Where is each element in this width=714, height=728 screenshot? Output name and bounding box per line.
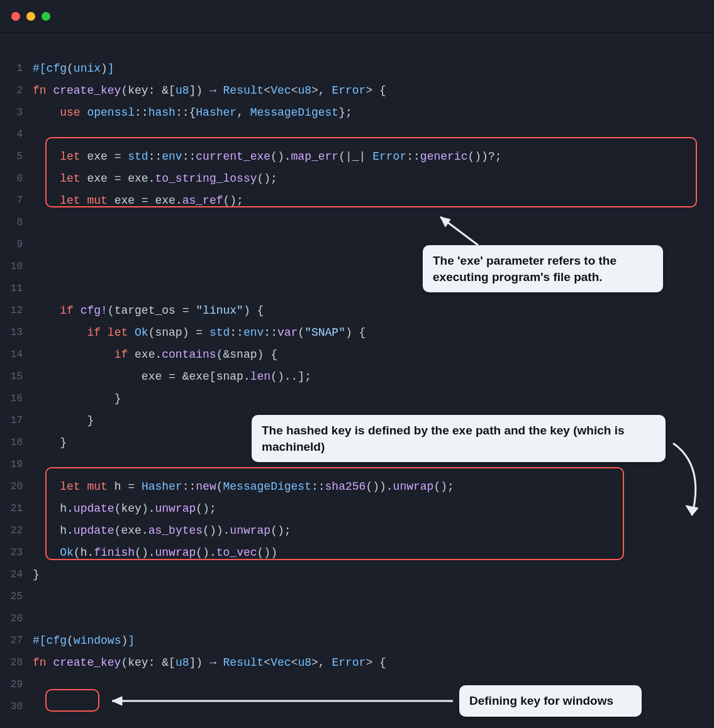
line-number: 13 [0, 322, 33, 344]
window-titlebar [0, 0, 714, 33]
code-content[interactable]: h.update(key).unwrap(); [33, 498, 714, 520]
line-number: 23 [0, 542, 33, 564]
annotation-hashed-key: The hashed key is defined by the exe pat… [252, 415, 666, 462]
line-number: 16 [0, 388, 33, 410]
code-line[interactable]: 22 h.update(exe.as_bytes()).unwrap(); [0, 520, 714, 542]
code-content[interactable]: } [33, 388, 714, 410]
code-line[interactable]: 20 let mut h = Hasher::new(MessageDigest… [0, 476, 714, 498]
code-line[interactable]: 8 [0, 212, 714, 234]
annotation-exe-path: The 'exe' parameter refers to the execut… [423, 245, 663, 292]
code-content[interactable]: Ok(h.finish().unwrap().to_vec()) [33, 542, 714, 564]
line-number: 27 [0, 630, 33, 652]
code-line[interactable]: 23 Ok(h.finish().unwrap().to_vec()) [0, 542, 714, 564]
code-content[interactable]: fn create_key(key: &[u8]) → Result<Vec<u… [33, 80, 714, 102]
code-content[interactable]: let mut exe = exe.as_ref(); [33, 190, 714, 212]
line-number: 2 [0, 80, 33, 102]
code-content[interactable]: if cfg!(target_os = "linux") { [33, 300, 714, 322]
line-number: 5 [0, 146, 33, 168]
line-number: 26 [0, 608, 33, 630]
line-number: 7 [0, 190, 33, 212]
code-content[interactable]: let mut h = Hasher::new(MessageDigest::s… [33, 476, 714, 498]
code-content[interactable]: h.update(exe.as_bytes()).unwrap(); [33, 520, 714, 542]
code-editor[interactable]: 1#[cfg(unix)]2fn create_key(key: &[u8]) … [0, 33, 714, 718]
line-number: 18 [0, 432, 33, 454]
line-number: 21 [0, 498, 33, 520]
line-number: 8 [0, 212, 33, 234]
code-content[interactable]: if exe.contains(&snap) { [33, 344, 714, 366]
code-content[interactable]: exe = &exe[snap.len()..]; [33, 366, 714, 388]
line-number: 6 [0, 168, 33, 190]
line-number: 4 [0, 124, 33, 146]
maximize-icon[interactable] [42, 12, 50, 21]
line-number: 10 [0, 256, 33, 278]
code-content[interactable]: use openssl::hash::{Hasher, MessageDiges… [33, 102, 714, 124]
line-number: 24 [0, 564, 33, 586]
code-line[interactable]: 27#[cfg(windows)] [0, 630, 714, 652]
line-number: 9 [0, 234, 33, 256]
code-line[interactable]: 2fn create_key(key: &[u8]) → Result<Vec<… [0, 80, 714, 102]
code-line[interactable]: 24} [0, 564, 714, 586]
code-content[interactable]: let exe = exe.to_string_lossy(); [33, 168, 714, 190]
line-number: 28 [0, 652, 33, 674]
line-number: 15 [0, 366, 33, 388]
code-line[interactable]: 14 if exe.contains(&snap) { [0, 344, 714, 366]
code-line[interactable]: 25 [0, 586, 714, 608]
line-number: 22 [0, 520, 33, 542]
line-number: 14 [0, 344, 33, 366]
line-number: 19 [0, 454, 33, 476]
line-number: 11 [0, 278, 33, 300]
line-number: 29 [0, 674, 33, 696]
code-line[interactable]: 16 } [0, 388, 714, 410]
line-number: 3 [0, 102, 33, 124]
annotation-windows-key: Defining key for windows [459, 685, 642, 717]
code-line[interactable]: 5 let exe = std::env::current_exe().map_… [0, 146, 714, 168]
code-content[interactable]: } [33, 564, 714, 586]
code-line[interactable]: 7 let mut exe = exe.as_ref(); [0, 190, 714, 212]
line-number: 20 [0, 476, 33, 498]
code-line[interactable]: 12 if cfg!(target_os = "linux") { [0, 300, 714, 322]
line-number: 17 [0, 410, 33, 432]
code-line[interactable]: 15 exe = &exe[snap.len()..]; [0, 366, 714, 388]
minimize-icon[interactable] [26, 12, 35, 21]
code-line[interactable]: 26 [0, 608, 714, 630]
code-content[interactable]: if let Ok(snap) = std::env::var("SNAP") … [33, 322, 714, 344]
code-line[interactable]: 3 use openssl::hash::{Hasher, MessageDig… [0, 102, 714, 124]
code-line[interactable]: 4 [0, 124, 714, 146]
code-line[interactable]: 13 if let Ok(snap) = std::env::var("SNAP… [0, 322, 714, 344]
code-content[interactable]: #[cfg(windows)] [33, 630, 714, 652]
line-number: 1 [0, 58, 33, 80]
code-line[interactable]: 1#[cfg(unix)] [0, 58, 714, 80]
line-number: 12 [0, 300, 33, 322]
code-content[interactable]: #[cfg(unix)] [33, 58, 714, 80]
code-line[interactable]: 6 let exe = exe.to_string_lossy(); [0, 168, 714, 190]
code-content[interactable]: let exe = std::env::current_exe().map_er… [33, 146, 714, 168]
code-content[interactable]: fn create_key(key: &[u8]) → Result<Vec<u… [33, 652, 714, 674]
line-number: 25 [0, 586, 33, 608]
line-number: 30 [0, 696, 33, 718]
code-line[interactable]: 28fn create_key(key: &[u8]) → Result<Vec… [0, 652, 714, 674]
code-line[interactable]: 21 h.update(key).unwrap(); [0, 498, 714, 520]
close-icon[interactable] [11, 12, 20, 21]
